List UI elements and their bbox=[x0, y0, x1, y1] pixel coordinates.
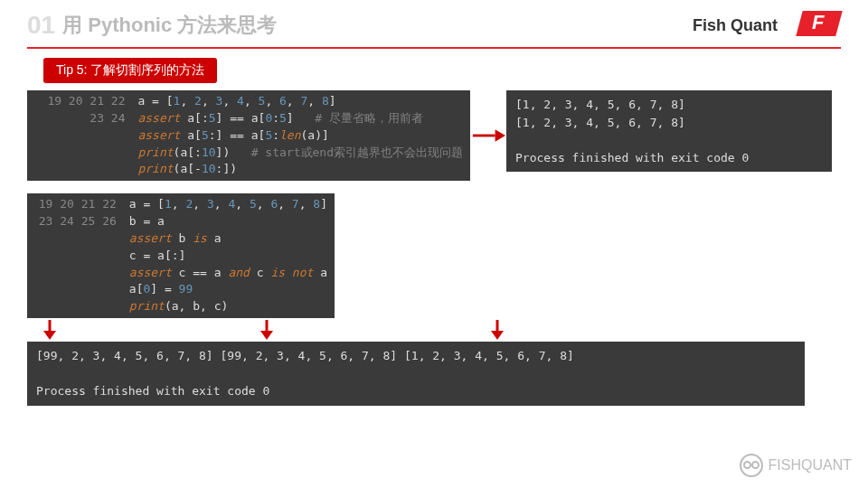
svg-marker-7 bbox=[491, 331, 504, 340]
watermark-text: FISHQUANT bbox=[769, 457, 852, 474]
brand-text: Fish Quant bbox=[693, 16, 778, 35]
output-block-1: [1, 2, 3, 4, 5, 6, 7, 8] [1, 2, 3, 4, 5,… bbox=[506, 90, 832, 172]
chapter-number: 01 bbox=[27, 11, 55, 40]
arrow-right-icon bbox=[470, 90, 506, 181]
chapter-title: 用 Pythonic 方法来思考 bbox=[62, 12, 693, 39]
output-block-2: [99, 2, 3, 4, 5, 6, 7, 8] [99, 2, 3, 4, … bbox=[27, 342, 805, 406]
wechat-icon bbox=[740, 454, 763, 477]
tip-badge: Tip 5: 了解切割序列的方法 bbox=[43, 58, 217, 83]
arrow-down-icon bbox=[258, 320, 276, 340]
svg-marker-1 bbox=[495, 129, 505, 141]
code-block-1: 19 20 21 22 23 24 a = [1, 2, 3, 4, 5, 6,… bbox=[27, 90, 470, 181]
brand-logo: F bbox=[796, 11, 841, 40]
code-block-2: 19 20 21 22 23 24 25 26 a = [1, 2, 3, 4,… bbox=[27, 193, 335, 318]
arrow-down-icon bbox=[488, 320, 506, 340]
watermark: FISHQUANT bbox=[740, 454, 852, 477]
svg-marker-5 bbox=[260, 331, 273, 340]
svg-marker-3 bbox=[43, 331, 56, 340]
arrows-down bbox=[27, 320, 868, 340]
divider bbox=[27, 47, 841, 49]
slide-header: 01 用 Pythonic 方法来思考 Fish Quant F bbox=[0, 0, 868, 40]
arrow-down-icon bbox=[41, 320, 59, 340]
